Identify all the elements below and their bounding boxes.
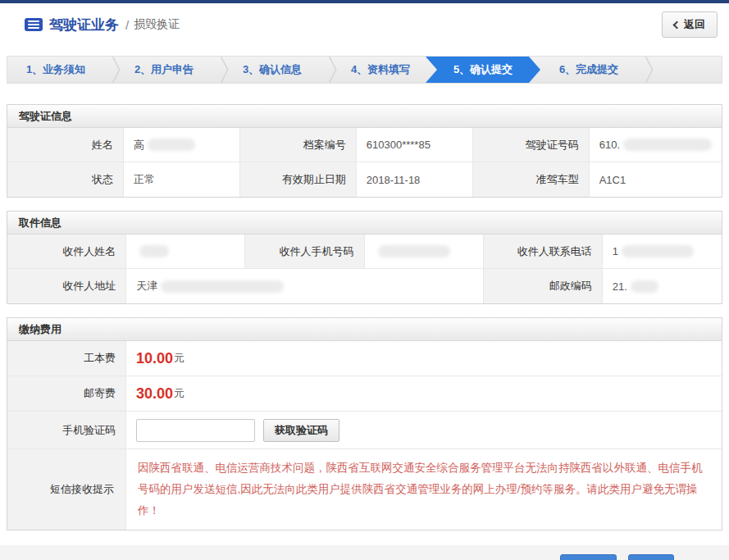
- status-label: 状态: [7, 162, 124, 197]
- page-header: 驾驶证业务 / 损毁换证 返回: [0, 3, 729, 46]
- get-captcha-button[interactable]: 获取验证码: [263, 419, 339, 442]
- step-progress-bar: 1、业务须知 2、用户申告 3、确认信息 4、资料填写 5、确认提交 6、完成提…: [7, 56, 722, 84]
- name-label: 姓名: [7, 128, 124, 162]
- work-fee-amount: 10.00: [136, 350, 173, 367]
- postcode-value: 21.: [603, 269, 722, 303]
- step-separator-icon: [104, 57, 116, 83]
- fees-title: 缴纳费用: [7, 318, 722, 341]
- license-info-title: 驾驶证信息: [7, 105, 722, 128]
- postcode-label: 邮政编码: [484, 269, 603, 303]
- recipient-phone-value: 1: [603, 234, 722, 269]
- step-1-notice: 1、业务须知: [7, 57, 104, 83]
- mail-fee-value: 30.00 元: [126, 376, 722, 412]
- expiry-label: 有效期止日期: [240, 162, 357, 197]
- breadcrumb-current: 损毁换证: [134, 17, 180, 32]
- step-5-confirm-submit-active: 5、确认提交: [426, 57, 540, 83]
- step-separator-icon: [321, 57, 332, 83]
- step-separator-icon: [637, 57, 649, 83]
- step-2-declaration: 2、用户申告: [116, 57, 212, 83]
- license-no-label: 驾驶证号码: [473, 128, 590, 162]
- step-6-finish-submit: 6、完成提交: [540, 57, 637, 83]
- expiry-value: 2018-11-18: [357, 162, 473, 197]
- redaction-blur: [148, 139, 195, 151]
- recipient-name-label: 收件人姓名: [7, 234, 126, 269]
- page-title: 驾驶证业务: [49, 16, 119, 34]
- license-info-section: 驾驶证信息 姓名 高 档案编号 610300****85 驾驶证号码 610. …: [7, 104, 722, 198]
- license-no-value: 610.: [590, 128, 722, 162]
- redaction-blur: [161, 280, 284, 293]
- license-service-icon: [25, 18, 43, 31]
- step-separator-icon: [212, 57, 224, 83]
- redaction-blur: [623, 139, 712, 151]
- redaction-blur: [378, 245, 450, 257]
- name-value: 高: [124, 128, 240, 162]
- pickup-info-section: 取件信息 收件人姓名 收件人手机号码 收件人联系电话 1 收件人地址 天津 邮政…: [7, 211, 722, 304]
- back-button-label: 返回: [684, 17, 705, 32]
- chevron-left-icon: [673, 20, 681, 29]
- recipient-mobile-value: [365, 234, 484, 269]
- redaction-blur: [631, 280, 658, 293]
- step-3-confirm-info: 3、确认信息: [224, 57, 321, 83]
- file-no-value: 610300****85: [357, 128, 473, 162]
- work-fee-unit: 元: [174, 351, 185, 366]
- footer-action-bar: 上一步 完成: [0, 545, 729, 560]
- captcha-row: 获取验证码: [126, 412, 722, 449]
- fees-section: 缴纳费用 工本费 10.00 元 邮寄费 30.00 元 手机验证码 获取验证码…: [7, 317, 722, 530]
- address-value: 天津: [126, 269, 484, 303]
- breadcrumb-separator: /: [125, 18, 129, 32]
- back-button[interactable]: 返回: [662, 11, 718, 38]
- mail-fee-amount: 30.00: [136, 385, 173, 403]
- work-fee-label: 工本费: [7, 341, 126, 376]
- work-fee-value: 10.00 元: [126, 341, 722, 376]
- recipient-phone-label: 收件人联系电话: [484, 234, 603, 269]
- finish-button[interactable]: 完成: [628, 554, 674, 560]
- file-no-label: 档案编号: [240, 128, 357, 162]
- mail-fee-unit: 元: [174, 386, 185, 401]
- sms-notice-text: 因陕西省联通、电信运营商技术问题，陕西省互联网交通安全综合服务管理平台无法向持陕…: [138, 458, 710, 521]
- mail-fee-label: 邮寄费: [7, 376, 126, 412]
- captcha-label: 手机验证码: [7, 412, 126, 449]
- captcha-input[interactable]: [136, 419, 255, 442]
- previous-step-button[interactable]: 上一步: [560, 554, 617, 560]
- redaction-blur: [139, 245, 169, 257]
- sms-notice-cell: 因陕西省联通、电信运营商技术问题，陕西省互联网交通安全综合服务管理平台无法向持陕…: [126, 449, 722, 530]
- redaction-blur: [622, 245, 694, 257]
- vehicle-class-label: 准驾车型: [473, 162, 590, 197]
- status-value: 正常: [124, 162, 240, 197]
- vehicle-class-value: A1C1: [590, 162, 722, 197]
- pickup-info-title: 取件信息: [7, 212, 722, 234]
- sms-notice-label: 短信接收提示: [7, 449, 126, 530]
- recipient-name-value: [126, 234, 245, 269]
- recipient-mobile-label: 收件人手机号码: [245, 234, 364, 269]
- step-4-fill-data: 4、资料填写: [332, 57, 429, 83]
- address-label: 收件人地址: [7, 269, 126, 303]
